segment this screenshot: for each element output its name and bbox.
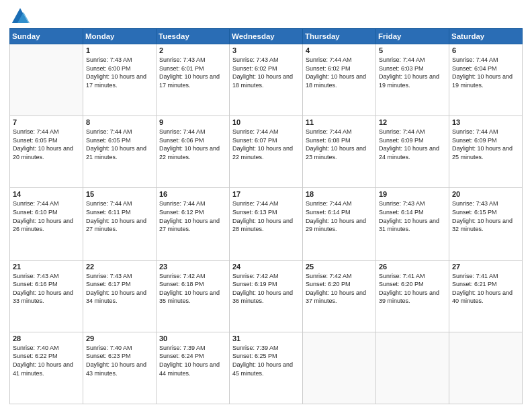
col-wednesday: Wednesday — [230, 29, 303, 44]
day-cell: 6Sunrise: 7:44 AM Sunset: 6:04 PM Daylig… — [449, 44, 523, 116]
day-number: 19 — [379, 190, 446, 198]
day-info: Sunrise: 7:43 AM Sunset: 6:17 PM Dayligh… — [86, 272, 153, 306]
day-cell: 14Sunrise: 7:44 AM Sunset: 6:10 PM Dayli… — [10, 188, 83, 260]
day-cell: 9Sunrise: 7:44 AM Sunset: 6:06 PM Daylig… — [157, 116, 230, 188]
week-row: 1Sunrise: 7:43 AM Sunset: 6:00 PM Daylig… — [10, 44, 523, 116]
day-cell: 25Sunrise: 7:42 AM Sunset: 6:20 PM Dayli… — [303, 260, 376, 332]
day-cell: 21Sunrise: 7:43 AM Sunset: 6:16 PM Dayli… — [10, 260, 83, 332]
week-row: 21Sunrise: 7:43 AM Sunset: 6:16 PM Dayli… — [10, 260, 523, 332]
col-monday: Monday — [83, 29, 157, 44]
col-friday: Friday — [376, 29, 449, 44]
day-cell: 22Sunrise: 7:43 AM Sunset: 6:17 PM Dayli… — [83, 260, 157, 332]
day-info: Sunrise: 7:44 AM Sunset: 6:08 PM Dayligh… — [306, 128, 373, 161]
day-number: 23 — [159, 263, 226, 271]
day-number: 11 — [306, 118, 373, 126]
day-info: Sunrise: 7:43 AM Sunset: 6:16 PM Dayligh… — [13, 272, 80, 306]
day-number: 6 — [452, 46, 519, 54]
day-number: 28 — [13, 334, 80, 342]
day-number: 25 — [306, 263, 373, 271]
day-cell: 27Sunrise: 7:41 AM Sunset: 6:21 PM Dayli… — [449, 260, 523, 332]
day-cell: 4Sunrise: 7:44 AM Sunset: 6:02 PM Daylig… — [303, 44, 376, 116]
day-info: Sunrise: 7:44 AM Sunset: 6:11 PM Dayligh… — [86, 199, 153, 233]
day-info: Sunrise: 7:44 AM Sunset: 6:14 PM Dayligh… — [306, 199, 373, 233]
day-number: 26 — [379, 263, 446, 271]
day-number: 31 — [232, 334, 300, 342]
day-info: Sunrise: 7:43 AM Sunset: 6:14 PM Dayligh… — [379, 199, 446, 233]
day-number: 7 — [13, 118, 80, 126]
day-cell: 24Sunrise: 7:42 AM Sunset: 6:19 PM Dayli… — [230, 260, 303, 332]
day-cell: 1Sunrise: 7:43 AM Sunset: 6:00 PM Daylig… — [83, 44, 157, 116]
col-thursday: Thursday — [303, 29, 376, 44]
day-number: 16 — [159, 190, 226, 198]
week-row: 7Sunrise: 7:44 AM Sunset: 6:05 PM Daylig… — [10, 116, 523, 188]
day-info: Sunrise: 7:44 AM Sunset: 6:06 PM Dayligh… — [159, 128, 226, 161]
day-info: Sunrise: 7:41 AM Sunset: 6:20 PM Dayligh… — [379, 272, 446, 306]
day-number: 27 — [452, 263, 519, 271]
header-row: Sunday Monday Tuesday Wednesday Thursday… — [10, 29, 523, 44]
day-info: Sunrise: 7:43 AM Sunset: 6:01 PM Dayligh… — [159, 56, 226, 89]
day-cell: 17Sunrise: 7:44 AM Sunset: 6:13 PM Dayli… — [230, 188, 303, 260]
day-cell: 20Sunrise: 7:43 AM Sunset: 6:15 PM Dayli… — [449, 188, 523, 260]
day-info: Sunrise: 7:44 AM Sunset: 6:09 PM Dayligh… — [452, 128, 519, 161]
day-info: Sunrise: 7:44 AM Sunset: 6:04 PM Dayligh… — [452, 56, 519, 89]
col-saturday: Saturday — [449, 29, 523, 44]
day-number: 9 — [159, 118, 226, 126]
day-number: 3 — [232, 46, 300, 54]
day-cell: 5Sunrise: 7:44 AM Sunset: 6:03 PM Daylig… — [376, 44, 449, 116]
day-info: Sunrise: 7:44 AM Sunset: 6:13 PM Dayligh… — [232, 199, 300, 233]
day-cell: 8Sunrise: 7:44 AM Sunset: 6:05 PM Daylig… — [83, 116, 157, 188]
day-number: 8 — [86, 118, 153, 126]
header — [9, 7, 523, 26]
day-number: 21 — [13, 263, 80, 271]
day-info: Sunrise: 7:43 AM Sunset: 6:15 PM Dayligh… — [452, 199, 519, 233]
day-cell — [376, 332, 449, 404]
day-cell: 11Sunrise: 7:44 AM Sunset: 6:08 PM Dayli… — [303, 116, 376, 188]
logo — [9, 7, 30, 26]
day-number: 24 — [232, 263, 300, 271]
day-cell: 31Sunrise: 7:39 AM Sunset: 6:25 PM Dayli… — [230, 332, 303, 404]
day-number: 4 — [306, 46, 373, 54]
day-info: Sunrise: 7:40 AM Sunset: 6:23 PM Dayligh… — [86, 344, 153, 377]
day-number: 29 — [86, 334, 153, 342]
day-cell — [10, 44, 83, 116]
day-info: Sunrise: 7:43 AM Sunset: 6:02 PM Dayligh… — [232, 56, 300, 89]
day-cell: 23Sunrise: 7:42 AM Sunset: 6:18 PM Dayli… — [157, 260, 230, 332]
day-cell: 18Sunrise: 7:44 AM Sunset: 6:14 PM Dayli… — [303, 188, 376, 260]
day-info: Sunrise: 7:44 AM Sunset: 6:09 PM Dayligh… — [379, 128, 446, 161]
day-number: 22 — [86, 263, 153, 271]
day-cell: 13Sunrise: 7:44 AM Sunset: 6:09 PM Dayli… — [449, 116, 523, 188]
day-number: 2 — [159, 46, 226, 54]
logo-icon — [11, 7, 30, 26]
day-info: Sunrise: 7:42 AM Sunset: 6:18 PM Dayligh… — [159, 272, 226, 306]
day-number: 14 — [13, 190, 80, 198]
day-cell: 16Sunrise: 7:44 AM Sunset: 6:12 PM Dayli… — [157, 188, 230, 260]
day-number: 10 — [232, 118, 300, 126]
day-number: 17 — [232, 190, 300, 198]
day-info: Sunrise: 7:44 AM Sunset: 6:03 PM Dayligh… — [379, 56, 446, 89]
day-info: Sunrise: 7:44 AM Sunset: 6:05 PM Dayligh… — [13, 128, 80, 161]
calendar-table: Sunday Monday Tuesday Wednesday Thursday… — [9, 28, 523, 404]
day-cell: 10Sunrise: 7:44 AM Sunset: 6:07 PM Dayli… — [230, 116, 303, 188]
day-cell: 19Sunrise: 7:43 AM Sunset: 6:14 PM Dayli… — [376, 188, 449, 260]
day-cell: 12Sunrise: 7:44 AM Sunset: 6:09 PM Dayli… — [376, 116, 449, 188]
day-cell: 2Sunrise: 7:43 AM Sunset: 6:01 PM Daylig… — [157, 44, 230, 116]
day-cell: 28Sunrise: 7:40 AM Sunset: 6:22 PM Dayli… — [10, 332, 83, 404]
day-cell: 29Sunrise: 7:40 AM Sunset: 6:23 PM Dayli… — [83, 332, 157, 404]
day-cell — [303, 332, 376, 404]
day-info: Sunrise: 7:41 AM Sunset: 6:21 PM Dayligh… — [452, 272, 519, 306]
day-number: 20 — [452, 190, 519, 198]
col-sunday: Sunday — [10, 29, 83, 44]
day-number: 13 — [452, 118, 519, 126]
day-number: 1 — [86, 46, 153, 54]
day-cell: 15Sunrise: 7:44 AM Sunset: 6:11 PM Dayli… — [83, 188, 157, 260]
day-cell: 3Sunrise: 7:43 AM Sunset: 6:02 PM Daylig… — [230, 44, 303, 116]
day-info: Sunrise: 7:44 AM Sunset: 6:02 PM Dayligh… — [306, 56, 373, 89]
day-info: Sunrise: 7:44 AM Sunset: 6:12 PM Dayligh… — [159, 199, 226, 233]
day-info: Sunrise: 7:39 AM Sunset: 6:25 PM Dayligh… — [232, 344, 300, 377]
day-number: 15 — [86, 190, 153, 198]
day-info: Sunrise: 7:40 AM Sunset: 6:22 PM Dayligh… — [13, 344, 80, 377]
week-row: 14Sunrise: 7:44 AM Sunset: 6:10 PM Dayli… — [10, 188, 523, 260]
day-info: Sunrise: 7:44 AM Sunset: 6:10 PM Dayligh… — [13, 199, 80, 233]
day-info: Sunrise: 7:42 AM Sunset: 6:20 PM Dayligh… — [306, 272, 373, 306]
day-cell: 30Sunrise: 7:39 AM Sunset: 6:24 PM Dayli… — [157, 332, 230, 404]
